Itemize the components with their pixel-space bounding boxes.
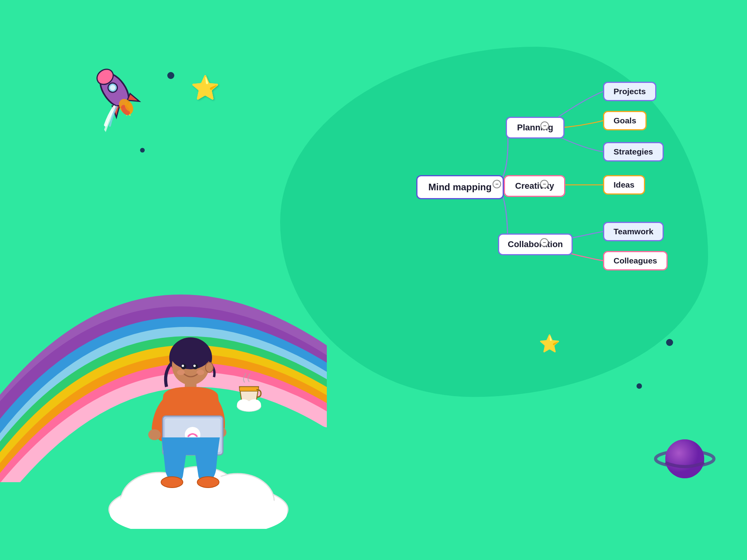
mindmap-goals-node: Goals [603, 111, 647, 130]
mindmap-ideas-node: Ideas [603, 175, 645, 195]
rocket [74, 50, 160, 137]
svg-point-33 [161, 477, 183, 488]
svg-point-28 [148, 429, 161, 440]
coffee-cloud [233, 373, 265, 412]
svg-point-23 [182, 365, 184, 367]
mindmap: Mind mapping − Planning − Creativity − C… [416, 70, 689, 304]
svg-point-41 [665, 439, 704, 478]
star-bottom-right: ⭐ [539, 334, 560, 354]
dot-1 [167, 72, 174, 79]
dot-3 [637, 383, 642, 389]
svg-point-25 [177, 370, 185, 375]
mindmap-center-node: Mind mapping [416, 175, 504, 199]
collapse-creativity[interactable]: − [540, 180, 549, 188]
mindmap-strategies-node: Strategies [603, 142, 664, 162]
mindmap-collaboration-node: Collaboration [498, 233, 573, 255]
svg-point-24 [193, 365, 196, 367]
svg-rect-35 [239, 387, 258, 391]
dot-2 [140, 148, 145, 153]
svg-point-38 [248, 399, 261, 410]
star-top-center: ⭐ [191, 74, 220, 102]
mindmap-planning-node: Planning [506, 117, 565, 139]
dot-4 [666, 339, 673, 346]
svg-point-34 [197, 477, 219, 488]
planet [654, 428, 716, 490]
mindmap-teamwork-node: Teamwork [603, 222, 664, 241]
mindmap-projects-node: Projects [603, 82, 656, 101]
collapse-center[interactable]: − [493, 180, 501, 188]
svg-point-20 [205, 362, 213, 372]
character [132, 327, 249, 490]
collapse-collaboration[interactable]: − [540, 238, 549, 247]
svg-point-26 [196, 370, 204, 375]
mindmap-colleagues-node: Colleagues [603, 251, 668, 270]
collapse-planning[interactable]: − [540, 121, 549, 130]
mindmap-creativity-node: Creativity [504, 175, 565, 197]
